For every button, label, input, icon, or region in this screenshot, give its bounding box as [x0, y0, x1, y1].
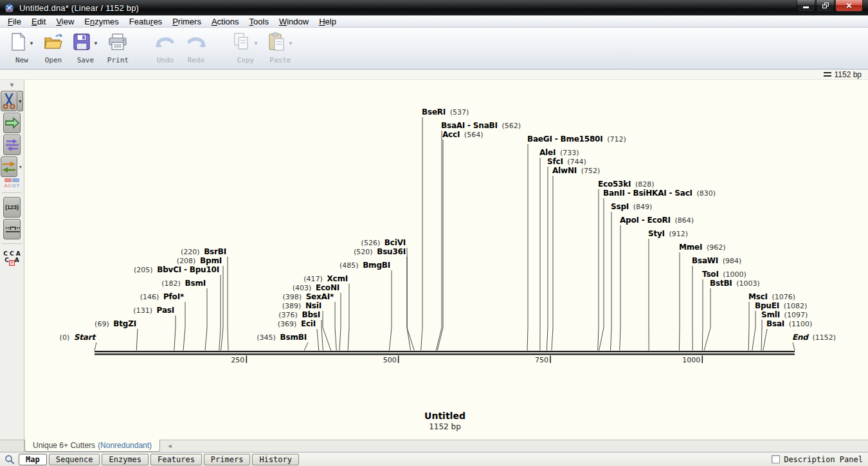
enzyme-site-label[interactable]: BpuEI (1082)	[755, 302, 807, 310]
primers-icon	[3, 135, 21, 155]
enzyme-site-label[interactable]: (389) NsiI	[282, 302, 321, 310]
bracket-ticks-icon	[3, 219, 21, 239]
enzyme-site-label[interactable]: (526) BciVI	[361, 239, 406, 247]
show-enzymes-toggle-dropdown-icon[interactable]: ▼	[17, 91, 23, 111]
site-leader-line	[748, 302, 749, 351]
enzyme-site-label[interactable]: (0) Start	[60, 333, 95, 342]
enzyme-site-label[interactable]: BseRI (537)	[422, 108, 469, 116]
enzyme-site-label[interactable]: (369) EciI	[278, 320, 316, 328]
site-display-toggle[interactable]	[1, 219, 23, 239]
description-panel-checkbox[interactable]	[772, 455, 780, 463]
menu-edit[interactable]: Edit	[26, 16, 51, 27]
ruler-tick-label: 1000	[682, 356, 700, 364]
scissors-icon	[1, 91, 17, 111]
enzyme-site-label[interactable]: ApoI - EcoRI (864)	[620, 216, 694, 225]
enzyme-site-label[interactable]: Eco53kI (828)	[598, 180, 655, 189]
view-tab-sequence[interactable]: Sequence	[49, 454, 100, 465]
site-leader-line	[348, 284, 349, 351]
numbering-toggle[interactable]: (123)	[1, 197, 23, 218]
view-tab-enzymes[interactable]: Enzymes	[102, 454, 149, 465]
new-button[interactable]: ▼New	[7, 30, 37, 64]
menu-enzymes[interactable]: Enzymes	[79, 16, 123, 27]
view-tab-history[interactable]: History	[252, 454, 299, 465]
paste-icon	[267, 32, 285, 54]
enzyme-site-label[interactable]: TsoI (1000)	[702, 270, 746, 279]
menu-primers[interactable]: Primers	[167, 16, 206, 27]
enzyme-site-label[interactable]: MscI (1076)	[748, 293, 795, 301]
enzyme-site-label[interactable]: MmeI (962)	[679, 243, 726, 252]
menu-window[interactable]: Window	[274, 16, 314, 27]
menu-view[interactable]: View	[51, 16, 79, 27]
enzyme-site-label[interactable]: BsaI (1100)	[766, 320, 812, 328]
site-leader-line	[183, 302, 185, 351]
enzyme-site-label[interactable]: (131) PasI	[133, 306, 174, 315]
menu-help[interactable]: Help	[314, 16, 341, 27]
enzyme-site-label[interactable]: (205) BbvCI - Bpu10I	[134, 266, 219, 274]
enzyme-site-label[interactable]: (146) PfoI*	[140, 293, 184, 301]
save-icon	[73, 33, 91, 53]
enzyme-site-label[interactable]: (345) BsmBI	[257, 333, 307, 342]
enzyme-site-label[interactable]: (182) BsmI	[161, 279, 206, 288]
show-translations-toggle-dropdown-icon[interactable]: ▼	[17, 156, 23, 177]
feature-arrow-icon	[3, 113, 21, 133]
site-leader-line	[323, 311, 331, 351]
paste-dropdown-icon: ▼	[288, 41, 293, 46]
view-tab-primers[interactable]: Primers	[204, 454, 251, 465]
minimize-button[interactable]	[797, 0, 815, 12]
save-button[interactable]: ▼Save	[70, 30, 101, 64]
enzyme-site-label[interactable]: AlwNI (752)	[552, 167, 600, 175]
sequence-line	[95, 351, 795, 352]
sequence-colors-toggle[interactable]: ACGT	[1, 178, 23, 189]
new-document-icon	[10, 32, 26, 54]
view-tab-map[interactable]: Map	[19, 454, 47, 465]
enzyme-site-label[interactable]: (376) BbsI	[278, 311, 320, 319]
enzyme-site-label[interactable]: (220) BsrBI	[181, 248, 226, 256]
enzyme-site-label[interactable]: (417) XcmI	[303, 275, 348, 283]
menu-features[interactable]: Features	[124, 16, 167, 27]
enzyme-site-label[interactable]: SmlI (1097)	[761, 311, 808, 319]
enzyme-site-label[interactable]: AleI (733)	[539, 149, 579, 157]
enzyme-site-label[interactable]: BaeGI - Bme1580I (712)	[527, 135, 626, 144]
enzyme-site-label[interactable]: AccI (564)	[442, 131, 483, 139]
enzyme-site-label[interactable]: BsaAI - SnaBI (562)	[441, 122, 521, 130]
enzyme-site-label[interactable]: (403) EcoNI	[293, 284, 339, 292]
close-button[interactable]: ✕	[835, 0, 863, 12]
view-tab-features[interactable]: Features	[150, 454, 202, 465]
new-dropdown-icon[interactable]: ▼	[29, 41, 34, 46]
redo-button: Redo	[183, 30, 210, 64]
enzyme-site-label[interactable]: End (1152)	[792, 333, 836, 342]
menu-tools[interactable]: Tools	[244, 16, 274, 27]
enzyme-site-label[interactable]: BstBI (1003)	[710, 279, 760, 288]
show-enzymes-toggle[interactable]: ▼	[1, 91, 23, 111]
enzyme-site-label[interactable]: SfcI (744)	[547, 158, 586, 166]
enzyme-site-label[interactable]: (398) SexAI*	[282, 293, 334, 301]
show-translations-toggle[interactable]: ▼	[1, 156, 23, 177]
save-dropdown-icon[interactable]: ▼	[93, 41, 98, 46]
new-button-label: New	[15, 56, 28, 64]
menu-actions[interactable]: Actions	[206, 16, 244, 27]
site-leader-line	[317, 329, 319, 351]
redo-icon	[185, 34, 207, 52]
enzyme-site-label[interactable]: (69) BtgZI	[95, 320, 136, 328]
enzyme-site-label[interactable]: SspI (849)	[611, 203, 652, 211]
menu-file[interactable]: File	[3, 16, 26, 27]
tab-scroll-left-icon[interactable]: ◄	[166, 442, 174, 451]
enzyme-site-label[interactable]: StyI (912)	[648, 230, 688, 238]
print-button[interactable]: Print	[105, 30, 131, 64]
show-features-toggle[interactable]	[1, 113, 23, 133]
show-primers-toggle[interactable]	[1, 135, 23, 155]
codon-display[interactable]: C C AC-A	[1, 248, 23, 266]
site-leader-line	[421, 117, 422, 351]
translation-arrows-icon	[1, 156, 17, 177]
enzyme-site-label[interactable]: BanII - BsiHKAI - SacI (830)	[603, 189, 716, 198]
open-button[interactable]: Open	[41, 30, 66, 64]
restore-button[interactable]	[816, 0, 835, 12]
enzyme-site-label[interactable]: BsaWI (984)	[692, 257, 741, 265]
enzyme-site-label[interactable]: (520) Bsu36I	[354, 248, 406, 256]
sidebar-collapse-chevron-icon[interactable]: ▼	[0, 80, 24, 89]
enzyme-set-tab[interactable]: Unique 6+ Cutters (Nonredundant)	[24, 440, 160, 452]
enzyme-site-label[interactable]: (208) BpmI	[177, 257, 222, 265]
enzyme-site-label[interactable]: (485) BmgBI	[339, 261, 390, 270]
search-icon[interactable]	[5, 454, 15, 465]
window-title: Untitled.dna* (Linear / 1152 bp)	[19, 3, 139, 13]
